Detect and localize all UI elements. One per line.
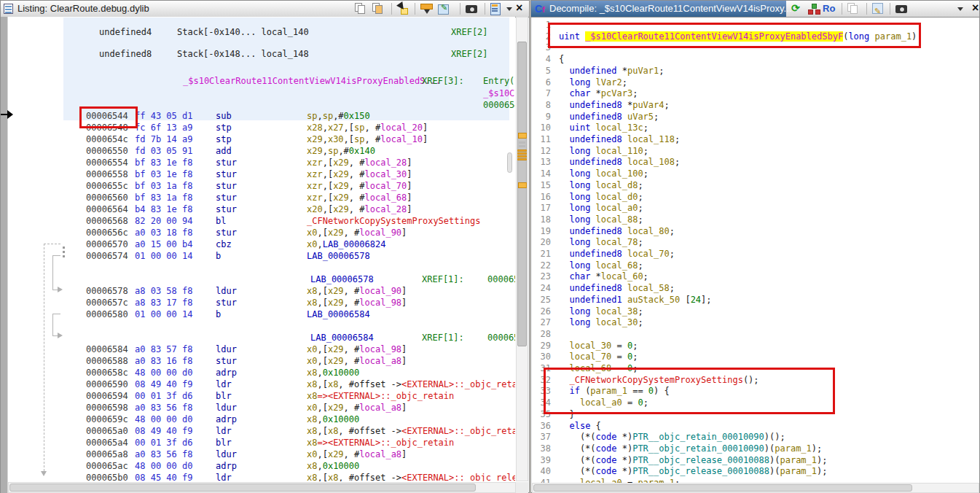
bookmark-marker-icon[interactable] bbox=[517, 155, 527, 158]
jump-arrow-solid bbox=[52, 314, 53, 336]
line-number: 10 bbox=[532, 123, 551, 133]
jump-arrow-dashed bbox=[44, 244, 44, 471]
listing-panel-icon bbox=[4, 4, 13, 14]
decompiler-close-icon[interactable]: × bbox=[972, 1, 979, 15]
listing-close-icon[interactable]: × bbox=[516, 1, 522, 15]
flow-dot bbox=[63, 251, 65, 253]
decompiler-icon: Cf bbox=[535, 2, 545, 15]
bookmark-marker-icon[interactable] bbox=[518, 133, 527, 139]
bookmark-marker-icon[interactable] bbox=[517, 152, 527, 155]
decompiler-options-caret-icon[interactable] bbox=[957, 7, 963, 11]
line-number: 26 bbox=[532, 306, 551, 317]
line-number: 8 bbox=[532, 100, 551, 111]
line-number: 25 bbox=[532, 295, 551, 306]
decompiler-titlebar[interactable]: Cf Decompile: _$s10ClearRoute11ContentVi… bbox=[531, 1, 979, 18]
left-scroll-strip[interactable] bbox=[1, 17, 8, 493]
line-number: 34 bbox=[532, 397, 551, 408]
function-graph-icon[interactable] bbox=[808, 3, 820, 15]
jump-arrow-solid bbox=[52, 255, 60, 256]
listing-view[interactable]: undefined4Stack[-0x140... local_140XREF[… bbox=[63, 17, 515, 481]
current-instruction-arrow-icon bbox=[7, 110, 13, 119]
line-number: 24 bbox=[532, 283, 551, 294]
ghidra-workspace: Listing: ClearRoute.debug.dylib ✎ bbox=[0, 0, 980, 493]
snapshot-camera-icon[interactable] bbox=[466, 3, 478, 15]
listing-panel: Listing: ClearRoute.debug.dylib ✎ bbox=[0, 0, 530, 493]
line-number: 37 bbox=[532, 432, 551, 443]
listing-vscroll-thumb[interactable] bbox=[517, 42, 527, 346]
line-number: 27 bbox=[532, 317, 551, 328]
line-number: 1 bbox=[532, 20, 551, 31]
diff-apply-icon[interactable] bbox=[420, 3, 433, 15]
decompiler-view[interactable]: 12uint _$s10ClearRoute11ContentViewV14is… bbox=[532, 18, 979, 484]
line-number: 29 bbox=[532, 341, 551, 352]
line-number: 35 bbox=[532, 409, 551, 420]
line-number: 31 bbox=[532, 363, 551, 374]
refresh-icon[interactable]: ⟳ bbox=[791, 2, 804, 14]
paste-icon[interactable] bbox=[372, 3, 385, 15]
jump-arrowhead-right-icon bbox=[58, 333, 63, 338]
current-instruction-arrow-icon bbox=[1, 114, 7, 115]
line-number: 4 bbox=[532, 54, 551, 65]
flow-dot bbox=[63, 255, 65, 257]
decompiler-title: Decompile: _$s10ClearRoute11ContentViewV… bbox=[549, 3, 791, 14]
bookmark-marker-icon[interactable] bbox=[518, 182, 527, 188]
line-number: 36 bbox=[532, 421, 551, 432]
bookmark-marker-icon[interactable] bbox=[517, 150, 527, 152]
line-number: 12 bbox=[532, 146, 551, 157]
flow-dot bbox=[63, 246, 65, 249]
line-number: 2 bbox=[532, 31, 551, 42]
cursor-select-icon[interactable] bbox=[396, 3, 409, 15]
line-number: 14 bbox=[532, 168, 551, 179]
scroll-corner bbox=[516, 482, 528, 493]
line-number: 38 bbox=[532, 443, 551, 454]
jump-arrow-solid bbox=[52, 255, 53, 290]
line-number: 13 bbox=[532, 157, 551, 168]
copy-icon-disabled[interactable] bbox=[847, 3, 860, 15]
line-number: 17 bbox=[532, 203, 551, 214]
line-number: 22 bbox=[532, 260, 551, 271]
jump-arrowhead-down-icon bbox=[41, 471, 47, 476]
line-number: 23 bbox=[532, 271, 551, 282]
listing-titlebar[interactable]: Listing: ClearRoute.debug.dylib ✎ bbox=[1, 1, 529, 18]
line-number: 39 bbox=[532, 455, 551, 466]
listing-title: Listing: ClearRoute.debug.dylib bbox=[17, 3, 149, 14]
line-number: 11 bbox=[532, 134, 551, 145]
line-number: 33 bbox=[532, 386, 551, 397]
line-number: 6 bbox=[532, 77, 551, 88]
jump-arrow-solid bbox=[52, 314, 60, 314]
scroll-marker bbox=[519, 141, 525, 144]
line-number: 16 bbox=[532, 192, 551, 203]
reorder-tool-label[interactable]: Ro bbox=[823, 3, 835, 15]
line-number: 15 bbox=[532, 180, 551, 191]
line-number: 18 bbox=[532, 214, 551, 225]
line-number: 9 bbox=[532, 112, 551, 123]
listing-display-icon[interactable] bbox=[490, 3, 503, 15]
line-number: 20 bbox=[532, 237, 551, 248]
flow-arrow-margin bbox=[8, 17, 63, 481]
line-number: 7 bbox=[532, 88, 551, 99]
jump-arrow-dashed bbox=[44, 244, 60, 244]
line-number: 21 bbox=[532, 249, 551, 260]
line-number: 40 bbox=[532, 466, 551, 477]
snapshot-camera-icon[interactable] bbox=[895, 3, 908, 15]
listing-options-caret-icon[interactable] bbox=[506, 7, 512, 11]
line-number: 19 bbox=[532, 226, 551, 237]
copy-icon[interactable] bbox=[355, 3, 367, 15]
line-number: 5 bbox=[532, 66, 551, 77]
line-number: 3 bbox=[532, 42, 551, 53]
listing-hscroll-thumb[interactable] bbox=[9, 484, 476, 492]
decompiler-hscroll-thumb[interactable] bbox=[533, 484, 912, 492]
line-number: 32 bbox=[532, 375, 551, 386]
decompiler-panel: Cf Decompile: _$s10ClearRoute11ContentVi… bbox=[530, 0, 980, 493]
scroll-marker bbox=[519, 145, 525, 147]
diff-edit-icon[interactable]: ✎ bbox=[438, 3, 450, 15]
splitter-handle[interactable] bbox=[507, 152, 512, 173]
line-number: 30 bbox=[532, 352, 551, 362]
line-number: 28 bbox=[532, 329, 551, 340]
bookmark-marker-icon[interactable] bbox=[517, 158, 527, 160]
edit-pencil-icon[interactable]: ✎ bbox=[872, 3, 883, 14]
jump-arrowhead-right-icon bbox=[58, 287, 63, 292]
